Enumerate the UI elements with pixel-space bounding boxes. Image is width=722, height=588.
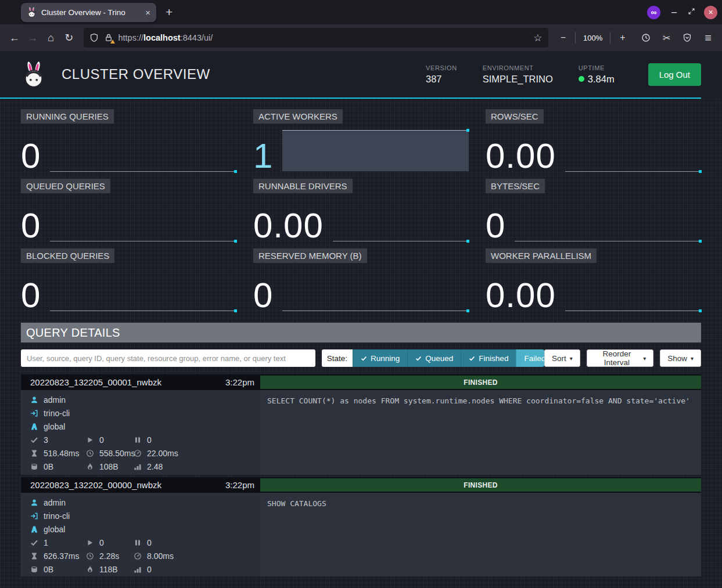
history-clock-icon[interactable] <box>639 29 653 46</box>
parallelism-chart-icon <box>134 463 142 471</box>
running-splits-play-icon <box>86 539 94 547</box>
sparkline <box>50 269 236 311</box>
check-icon <box>469 355 475 362</box>
screenshot-scissors-icon[interactable]: ✂ <box>660 29 674 46</box>
chevron-down-icon: ▾ <box>570 355 573 362</box>
reload-button[interactable]: ↻ <box>62 29 76 46</box>
state-filter-label: State: <box>322 349 353 367</box>
sparkline <box>333 199 469 241</box>
query-status-bar: FINISHED <box>260 376 701 389</box>
stat-tile-worker-parallelism: WORKER PARALLELISM 0.00 <box>486 248 701 311</box>
current-memory-disk-icon <box>30 565 38 573</box>
connection-lock-icon[interactable] <box>104 33 113 42</box>
sparkline-dot <box>699 170 702 173</box>
show-dropdown[interactable]: Show ▾ <box>660 349 701 367</box>
url-bar[interactable]: https://localhost:8443/ui/ ☆ <box>84 28 548 48</box>
parallelism-chart-icon <box>134 565 142 573</box>
window-minimize-button[interactable]: – <box>669 7 679 17</box>
query-filter-bar: State: Running Queued Finished Failed ▾ … <box>21 349 701 367</box>
query-status-bar: FINISHED <box>260 478 701 492</box>
toolbar-separator <box>575 32 576 44</box>
sparkline <box>565 269 701 311</box>
sparkline-dot <box>466 309 469 312</box>
tracking-shield-icon[interactable] <box>89 33 99 42</box>
window-close-button[interactable]: × <box>704 6 717 19</box>
sparkline <box>565 129 701 172</box>
protections-shield-icon[interactable] <box>680 29 694 46</box>
toolbar-separator <box>610 32 610 44</box>
elapsed-time-clock-icon <box>86 552 94 560</box>
uptime-info: UPTIME 3.84m <box>579 64 615 85</box>
back-button[interactable]: ← <box>7 29 21 46</box>
browser-tab[interactable]: Cluster Overview - Trino × <box>21 3 156 22</box>
zoom-in-button[interactable]: + <box>616 29 630 46</box>
app-header: CLUSTER OVERVIEW VERSION 387 ENVIRONMENT… <box>0 51 722 98</box>
filter-failed-dropdown[interactable]: Failed ▾ <box>516 349 544 367</box>
stat-tile-rows-sec: ROWS/SEC 0.00 <box>486 109 701 172</box>
source-signin-icon <box>30 409 38 417</box>
chevron-down-icon: ▾ <box>643 355 646 362</box>
wall-time-hourglass-icon <box>30 449 38 457</box>
stat-tile-blocked-queries: BLOCKED QUERIES 0 <box>21 248 236 311</box>
private-browsing-icon: ∞ <box>647 6 660 19</box>
sparkline-dot <box>234 240 237 243</box>
sparkline-dot <box>466 129 469 132</box>
stat-tile-runnable-drivers: RUNNABLE DRIVERS 0.00 <box>253 179 469 241</box>
version-info: VERSION 387 <box>426 64 457 85</box>
url-text[interactable]: https://localhost:8443/ui/ <box>118 33 529 42</box>
query-search-input[interactable] <box>21 349 315 367</box>
check-icon <box>361 355 367 362</box>
tab-title: Cluster Overview - Trino <box>41 8 141 17</box>
query-time: 3:22pm <box>225 480 254 490</box>
sparkline-dot <box>234 309 237 312</box>
resource-group-road-icon <box>30 525 38 533</box>
query-header: 20220823_132202_00000_nwbzk 3:22pm <box>21 477 260 493</box>
sparkline <box>50 129 236 172</box>
sparkline <box>50 199 236 241</box>
stat-tile-active-workers: ACTIVE WORKERS 1 <box>253 109 469 172</box>
sparkline-dot <box>234 170 237 173</box>
sort-dropdown[interactable]: Sort ▾ <box>544 349 580 367</box>
lock-warning-badge <box>110 39 115 44</box>
resource-group-road-icon <box>30 423 38 431</box>
menu-hamburger-icon[interactable]: ≡ <box>701 29 715 46</box>
logout-button[interactable]: Log Out <box>648 63 701 86</box>
filter-finished-button[interactable]: Finished <box>461 349 516 367</box>
query-card: 20220823_132205_00001_nwbzk 3:22pm FINIS… <box>21 374 701 475</box>
uptime-status-dot <box>579 76 584 82</box>
user-icon <box>30 499 38 507</box>
zoom-level[interactable]: 100% <box>581 34 605 42</box>
browser-tab-bar: Cluster Overview - Trino × + ∞ – × <box>0 0 722 24</box>
tab-close-icon[interactable]: × <box>145 8 150 17</box>
home-button[interactable]: ⌂ <box>44 29 58 46</box>
query-sql-text: SELECT COUNT(*) as nodes FROM system.run… <box>267 396 690 405</box>
query-sql-text: SHOW CATALOGS <box>267 499 326 508</box>
cpu-time-gauge-icon <box>134 552 142 560</box>
sparkline <box>282 269 469 311</box>
completed-splits-check-icon <box>30 539 38 547</box>
stat-tiles-grid: RUNNING QUERIES 0 ACTIVE WORKERS 1 ROWS/… <box>21 109 701 311</box>
window-maximize-button[interactable] <box>688 7 695 17</box>
query-time: 3:22pm <box>225 377 254 387</box>
sparkline-area <box>282 130 469 171</box>
user-icon <box>30 396 38 404</box>
query-id-link[interactable]: 20220823_132205_00001_nwbzk <box>30 377 161 387</box>
query-details-title: QUERY DETAILS <box>21 323 701 342</box>
peak-memory-flame-icon <box>86 565 94 573</box>
environment-info: ENVIRONMENT SIMPLE_TRINO <box>483 64 553 85</box>
filter-queued-button[interactable]: Queued <box>407 349 461 367</box>
stat-tile-reserved-memory: RESERVED MEMORY (B) 0 <box>253 248 469 311</box>
elapsed-time-clock-icon <box>86 449 94 457</box>
filter-running-button[interactable]: Running <box>353 349 407 367</box>
trino-favicon <box>27 7 37 17</box>
bookmark-star-icon[interactable]: ☆ <box>533 32 542 44</box>
zoom-out-button[interactable]: − <box>556 29 570 46</box>
reorder-interval-dropdown[interactable]: Reorder Interval ▾ <box>587 349 653 367</box>
query-sql-panel: SHOW CATALOGS <box>260 493 701 576</box>
browser-toolbar: ← → ⌂ ↻ https://localhost:8443/ui/ ☆ − 1… <box>0 24 722 51</box>
query-id-link[interactable]: 20220823_132202_00000_nwbzk <box>30 480 161 490</box>
state-filter-group: State: Running Queued Finished Failed ▾ <box>322 349 544 367</box>
query-card: 20220823_132202_00000_nwbzk 3:22pm FINIS… <box>21 477 701 576</box>
query-stats-panel: admin trino-cli global 3 0 0 518.48ms 55… <box>21 390 260 475</box>
new-tab-button[interactable]: + <box>166 5 173 19</box>
